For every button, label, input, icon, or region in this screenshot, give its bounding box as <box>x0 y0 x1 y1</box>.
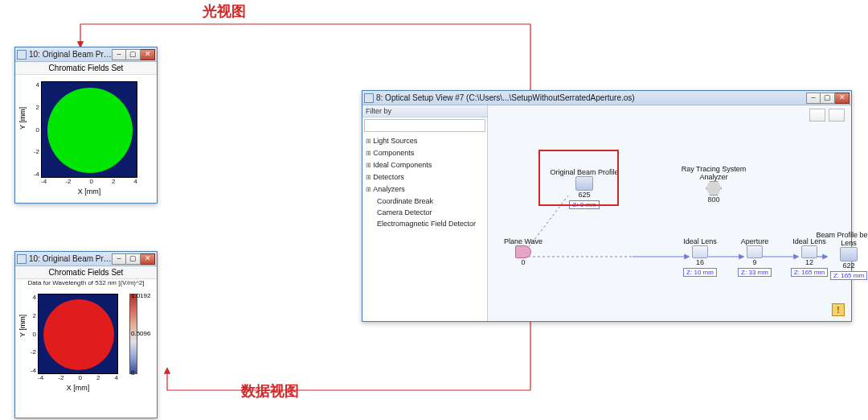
tree-ideal-components[interactable]: Ideal Components <box>366 159 484 171</box>
x-ticks: -4-2024 <box>41 178 137 185</box>
window-beam-profile-light[interactable]: 10: Original Beam Profile – ▢ ✕ Chromati… <box>14 47 158 204</box>
warning-icon[interactable]: ! <box>832 303 845 316</box>
block-id: 800 <box>678 196 750 204</box>
plot-frame <box>41 81 137 178</box>
y-axis-label: Y [mm] <box>18 315 27 337</box>
window-icon <box>17 254 27 264</box>
block-id: 0 <box>499 258 547 266</box>
connection-wires <box>488 105 851 321</box>
titlebar[interactable]: 8: Optical Setup View #7 (C:\Users\...\S… <box>362 91 851 105</box>
window-title: 10: Original Beam Profile <box>29 254 112 263</box>
window-beam-profile-data[interactable]: 10: Original Beam Profile – ▢ ✕ Chromati… <box>14 251 158 418</box>
y-ticks: 420-2-4 <box>31 81 39 178</box>
minimize-button[interactable]: – <box>112 49 126 60</box>
minimize-button[interactable]: – <box>806 93 821 104</box>
colorbar-min: 0 <box>131 369 158 377</box>
x-axis-label: X [mm] <box>41 187 137 196</box>
titlebar[interactable]: 10: Original Beam Profile – ▢ ✕ <box>15 47 157 62</box>
block-label: Beam Profile behind Lens <box>809 231 868 247</box>
chart-plot-area[interactable]: Data for Wavelength of 532 nm [(V/m)^2] … <box>15 279 157 416</box>
tree-light-sources[interactable]: Light Sources <box>366 135 484 147</box>
block-z-value: Z: 33 mm <box>738 268 772 277</box>
toolbar-icon-1[interactable] <box>809 109 825 121</box>
y-axis-label: Y [mm] <box>18 107 27 130</box>
block-id: 622 <box>809 261 868 270</box>
colorbar-max: 1.0192 <box>131 292 158 299</box>
block-beam-profile-behind-lens[interactable]: Beam Profile behind Lens 622 Z: 165 mm <box>809 231 868 280</box>
detector-icon <box>840 247 858 261</box>
block-id: 625 <box>544 191 624 199</box>
chart-subtitle: Chromatic Fields Set <box>15 62 157 75</box>
block-label: Aperture <box>732 237 777 245</box>
chart-subtitle: Chromatic Fields Set <box>15 266 157 279</box>
close-button[interactable]: ✕ <box>141 253 155 265</box>
titlebar[interactable]: 10: Original Beam Profile – ▢ ✕ <box>15 252 157 266</box>
maximize-button[interactable]: ▢ <box>821 93 835 104</box>
window-icon <box>364 93 374 103</box>
block-label: Original Beam Profile <box>544 168 624 176</box>
lens-icon <box>692 245 708 258</box>
block-aperture[interactable]: Aperture 9 Z: 33 mm <box>732 237 777 277</box>
block-label: Ideal Lens <box>678 237 723 245</box>
detector-icon <box>575 176 593 191</box>
block-label: Plane Wave <box>499 237 547 245</box>
block-z-value: Z: 165 mm <box>830 271 867 280</box>
maximize-button[interactable]: ▢ <box>126 253 141 265</box>
minimize-button[interactable]: – <box>112 253 126 265</box>
block-id: 16 <box>678 258 723 266</box>
chart-plot-area[interactable]: -4-2024 X [mm] 420-2-4 Y [mm] <box>15 75 157 200</box>
close-button[interactable]: ✕ <box>835 93 850 104</box>
plot-frame <box>38 294 118 374</box>
block-id: 9 <box>732 258 777 266</box>
block-original-beam-profile[interactable]: Original Beam Profile 625 Z: 0 mm <box>544 168 624 209</box>
filter-panel: Filter by Light Sources Components Ideal… <box>362 105 488 321</box>
component-tree[interactable]: Light Sources Components Ideal Component… <box>362 134 487 231</box>
x-ticks: -4-2024 <box>38 374 118 381</box>
filter-header: Filter by <box>362 105 487 117</box>
tree-coordinate-break[interactable]: Coordinate Break <box>366 196 484 207</box>
filter-input[interactable] <box>364 119 485 132</box>
annotation-data-view: 数据视图 <box>241 381 299 401</box>
window-title: 8: Optical Setup View #7 (C:\Users\...\S… <box>376 93 806 102</box>
window-optical-setup[interactable]: 8: Optical Setup View #7 (C:\Users\...\S… <box>362 90 852 322</box>
beam-circle-red <box>43 299 114 370</box>
tree-components[interactable]: Components <box>366 147 484 159</box>
block-ideal-lens-1[interactable]: Ideal Lens 16 Z: 10 mm <box>678 237 723 277</box>
chart-dataline: Data for Wavelength of 532 nm [(V/m)^2] <box>15 279 157 286</box>
maximize-button[interactable]: ▢ <box>126 49 141 60</box>
window-title: 10: Original Beam Profile <box>29 50 112 59</box>
window-icon <box>17 50 27 60</box>
block-label: Ray Tracing System Analyzer <box>678 165 750 181</box>
block-z-value: Z: 0 mm <box>569 200 599 209</box>
annotation-light-view: 光视图 <box>203 2 246 21</box>
block-plane-wave[interactable]: Plane Wave 0 <box>499 237 547 266</box>
source-icon <box>515 245 531 258</box>
beam-circle-green <box>47 88 133 173</box>
tree-camera-detector[interactable]: Camera Detector <box>366 207 484 218</box>
tree-em-field-detector[interactable]: Electromagnetic Field Detector <box>366 218 484 229</box>
tree-analyzers[interactable]: Analyzers <box>366 183 484 196</box>
block-ray-tracing-analyzer[interactable]: Ray Tracing System Analyzer 800 <box>678 165 750 204</box>
colorbar-mid: 0.5096 <box>131 330 158 337</box>
aperture-icon <box>747 245 763 258</box>
y-ticks: 420-2-4 <box>28 294 36 374</box>
close-button[interactable]: ✕ <box>141 49 155 60</box>
setup-canvas[interactable]: ! Plane Wave 0 <box>488 105 851 321</box>
x-axis-label: X [mm] <box>38 384 118 392</box>
analyzer-icon <box>706 181 722 196</box>
block-z-value: Z: 10 mm <box>683 268 717 277</box>
tree-detectors[interactable]: Detectors <box>366 171 484 183</box>
toolbar-icon-2[interactable] <box>829 109 845 121</box>
